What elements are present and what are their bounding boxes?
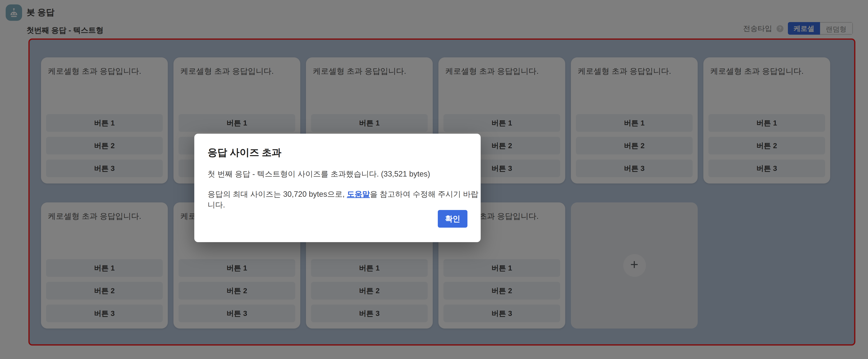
dialog-body-line1: 첫 번째 응답 - 텍스트형이 사이즈를 초과했습니다. (33,521 byt… [208, 169, 430, 180]
help-doc-link[interactable]: 도움말 [347, 190, 370, 199]
dialog-body-line2-before: 응답의 최대 사이즈는 30,720 bytes으로, [208, 190, 347, 199]
scale-wrapper: 봇 응답 첫번째 응답 - 텍스트형 전송타입 ? 케로셀 랜덤형 케로셀형 초… [0, 0, 868, 359]
dialog-title: 응답 사이즈 초과 [208, 146, 281, 160]
bot-response-page: 봇 응답 첫번째 응답 - 텍스트형 전송타입 ? 케로셀 랜덤형 케로셀형 초… [0, 0, 868, 359]
size-exceeded-dialog: 응답 사이즈 초과 첫 번째 응답 - 텍스트형이 사이즈를 초과했습니다. (… [194, 134, 481, 242]
confirm-button[interactable]: 확인 [438, 210, 467, 228]
dialog-body-line2: 응답의 최대 사이즈는 30,720 bytes으로, 도움말을 참고하여 수정… [208, 189, 481, 210]
